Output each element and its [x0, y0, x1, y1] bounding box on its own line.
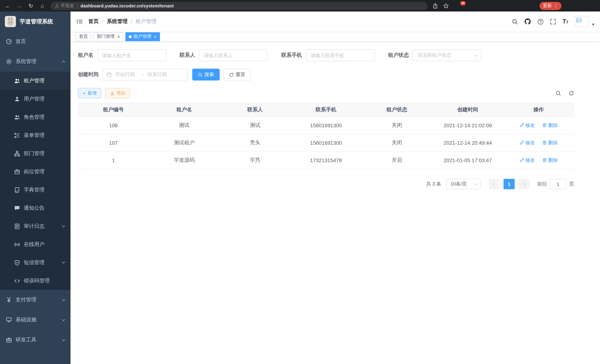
show-search-icon[interactable]: [555, 90, 561, 96]
sidebar-item[interactable]: 在线用户: [0, 235, 71, 253]
back-button[interactable]: ←: [4, 2, 11, 9]
sidebar-item-label: 角色管理: [24, 114, 45, 121]
sidebar-item[interactable]: 通知公告: [0, 199, 71, 217]
edit-link[interactable]: 修改: [519, 122, 535, 129]
sidebar-item[interactable]: 支付管理: [0, 290, 71, 310]
sidebar-item[interactable]: 研发工具: [0, 330, 71, 350]
contact-input[interactable]: [199, 49, 268, 61]
close-icon[interactable]: ×: [117, 34, 120, 39]
sidebar-item[interactable]: 错误码管理: [0, 272, 71, 290]
omnibox-divider: [77, 3, 77, 8]
fullscreen-icon[interactable]: [550, 18, 556, 25]
reset-button[interactable]: 重置: [223, 69, 251, 81]
col-actions: 操作: [503, 103, 574, 117]
sidebar-item[interactable]: 短信管理: [0, 253, 71, 272]
sidebar-item[interactable]: 部门管理: [0, 144, 71, 162]
sidebar-item[interactable]: 租户管理: [0, 72, 71, 90]
delete-link[interactable]: 删除: [542, 157, 558, 164]
broadcast-icon: [14, 241, 20, 247]
help-icon[interactable]: [537, 18, 544, 25]
delete-link[interactable]: 删除: [542, 122, 558, 129]
tabs-bar: 首页 部门管理 × 租户管理 ×: [71, 32, 600, 42]
share-icon[interactable]: [432, 3, 438, 9]
tenant-status-select[interactable]: 请选择租户状态: [412, 49, 482, 61]
search-button[interactable]: 搜索: [192, 69, 220, 81]
sidebar-item[interactable]: 基础设施: [0, 310, 71, 330]
cell-tenant-id: 1: [78, 152, 149, 169]
status-label: 租户状态: [388, 52, 409, 59]
breadcrumb-system[interactable]: 系统管理: [107, 18, 128, 25]
github-icon[interactable]: [524, 18, 531, 25]
extension-icon[interactable]: [525, 3, 531, 9]
bookmark-icon[interactable]: [443, 3, 449, 9]
edit-link[interactable]: 修改: [519, 140, 535, 146]
table-toolbar: + 新增 导出: [78, 88, 574, 98]
font-size-icon[interactable]: TT: [562, 18, 568, 25]
extension-icon[interactable]: [487, 3, 492, 9]
extension-icon[interactable]: [477, 3, 483, 9]
total-count: 共 3 条: [426, 181, 441, 187]
sidebar-item[interactable]: 审计日志: [0, 217, 71, 235]
address-bar[interactable]: ⚠ 不安全 dashboard.yudao.iocoder.cn/system/…: [50, 2, 427, 10]
reload-button[interactable]: ↻: [28, 2, 34, 9]
cell-contact: 秃头: [220, 134, 291, 152]
create-time-label: 创建时间: [78, 71, 99, 78]
chevron-icon: [62, 298, 65, 301]
extension-icon[interactable]: [496, 3, 502, 9]
export-button[interactable]: 导出: [105, 88, 130, 98]
user-icon: [14, 96, 20, 102]
logo-image: [5, 16, 16, 27]
page-size-select[interactable]: 10条/页: [446, 179, 481, 189]
edit-icon: [519, 123, 524, 128]
tab[interactable]: 部门管理 ×: [94, 32, 123, 41]
forward-button[interactable]: →: [16, 2, 23, 9]
sidebar-item[interactable]: 首页: [0, 32, 71, 52]
pagination: 共 3 条 10条/页 1 前往 页: [78, 179, 574, 189]
tab[interactable]: 租户管理 ×: [125, 32, 160, 41]
prev-page-button[interactable]: [489, 179, 500, 189]
col-status: 租户状态: [361, 103, 432, 117]
sidebar-item[interactable]: 用户管理: [0, 90, 71, 108]
caret-down-icon[interactable]: ▾: [592, 22, 594, 27]
next-page-button[interactable]: [518, 179, 529, 189]
col-created: 创建时间: [432, 103, 503, 117]
tenant-name-label: 租户名: [78, 52, 94, 59]
tab[interactable]: 首页: [76, 32, 91, 41]
chevron-down-icon: [474, 182, 478, 185]
search-icon[interactable]: [512, 18, 518, 25]
phone-input[interactable]: [306, 49, 375, 61]
avatar[interactable]: [575, 16, 589, 27]
edit-link[interactable]: 修改: [519, 157, 535, 164]
update-button[interactable]: 更新 ⋮: [540, 2, 562, 10]
table-row: 108 测试 测试 15601691300 关闭 2021-12-14 21:0…: [78, 117, 574, 134]
home-button[interactable]: ⌂: [39, 2, 46, 9]
breadcrumb-home[interactable]: 首页: [88, 18, 99, 25]
page-button-1[interactable]: 1: [504, 179, 515, 189]
refresh-table-icon[interactable]: [568, 90, 574, 96]
delete-link[interactable]: 删除: [542, 140, 558, 146]
sidebar-item-label: 在线用户: [24, 241, 45, 248]
broken-image-icon: [576, 17, 582, 23]
sidebar-item[interactable]: 角色管理: [0, 108, 71, 126]
extension-icon[interactable]: [506, 3, 512, 9]
active-dot: [129, 35, 132, 38]
sidebar: 芋道管理系统 首页 系统管理 租户管理: [0, 11, 71, 364]
date-range-picker[interactable]: 开始日期 - 结束日期: [103, 69, 188, 81]
sidebar-item[interactable]: 菜单管理: [0, 126, 71, 144]
sidebar-item-label: 部门管理: [24, 150, 45, 157]
sidebar-item[interactable]: 系统管理: [0, 52, 71, 72]
add-button[interactable]: + 新增: [78, 88, 101, 98]
browser-chrome: ← → ↻ ⌂ ⚠ 不安全 dashboard.yudao.iocoder.cn…: [0, 0, 600, 11]
sidebar-item[interactable]: 字典管理: [0, 181, 71, 199]
message-icon: [14, 205, 20, 211]
extension-icon[interactable]: [467, 3, 473, 9]
browser-menu-icon[interactable]: ⋮: [554, 3, 558, 8]
tenant-name-input[interactable]: [97, 49, 166, 61]
sidebar-item[interactable]: 岗位管理: [0, 162, 71, 181]
cell-tenant-name: 测试租户: [149, 134, 220, 152]
close-icon[interactable]: ×: [154, 34, 157, 39]
extension-icon[interactable]: [516, 3, 521, 9]
extension-icon[interactable]: 10: [458, 3, 463, 9]
goto-page-input[interactable]: [550, 179, 566, 189]
sidebar-toggle-icon[interactable]: [76, 19, 83, 25]
